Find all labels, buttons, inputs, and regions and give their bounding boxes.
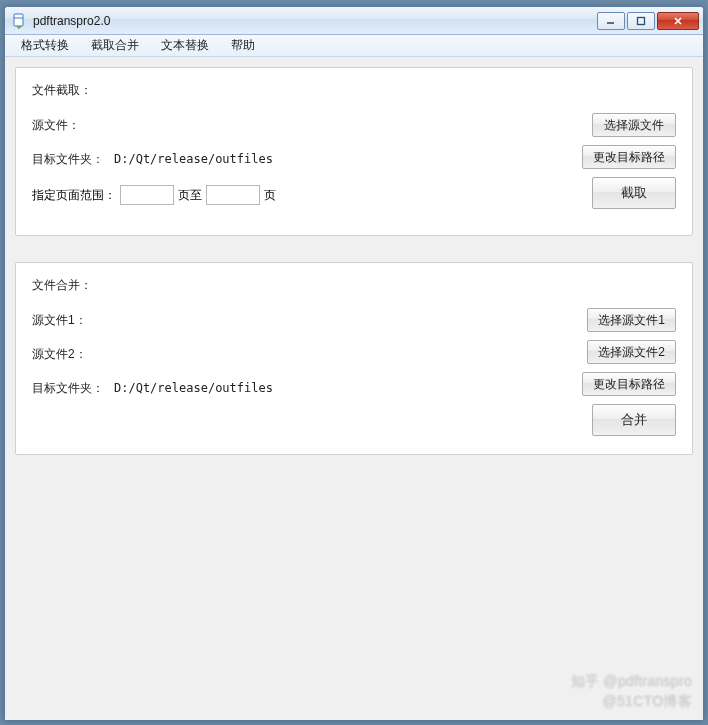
select-source-button[interactable]: 选择源文件	[592, 113, 676, 137]
select-source2-button[interactable]: 选择源文件2	[587, 340, 676, 364]
merge-panel: 文件合并： 源文件1： 源文件2： 目标文件夹： D:/Qt/release/o…	[15, 262, 693, 455]
menu-text-replace[interactable]: 文本替换	[151, 35, 219, 56]
app-icon	[11, 13, 27, 29]
titlebar: pdftranspro2.0	[5, 7, 703, 35]
merge-source1-label: 源文件1：	[32, 312, 114, 329]
merge-source2-label: 源文件2：	[32, 346, 114, 363]
extract-panel: 文件截取： 源文件： 目标文件夹： D:/Qt/release/outfiles…	[15, 67, 693, 236]
extract-target-label: 目标文件夹：	[32, 151, 114, 168]
merge-title: 文件合并：	[32, 277, 676, 294]
window-title: pdftranspro2.0	[33, 14, 597, 28]
select-source1-button[interactable]: 选择源文件1	[587, 308, 676, 332]
merge-button[interactable]: 合并	[592, 404, 676, 436]
menubar: 格式转换 截取合并 文本替换 帮助	[5, 35, 703, 57]
extract-source-label: 源文件：	[32, 117, 114, 134]
extract-button[interactable]: 截取	[592, 177, 676, 209]
page-to-input[interactable]	[206, 185, 260, 205]
maximize-button[interactable]	[627, 12, 655, 30]
menu-help[interactable]: 帮助	[221, 35, 265, 56]
minimize-button[interactable]	[597, 12, 625, 30]
close-button[interactable]	[657, 12, 699, 30]
menu-extract-merge[interactable]: 截取合并	[81, 35, 149, 56]
app-window: pdftranspro2.0 格式转换 截取合并 文本替换 帮助 文件截取：	[4, 6, 704, 721]
svg-rect-2	[638, 17, 645, 24]
extract-title: 文件截取：	[32, 82, 676, 99]
change-merge-target-button[interactable]: 更改目标路径	[582, 372, 676, 396]
change-target-button[interactable]: 更改目标路径	[582, 145, 676, 169]
menu-format-convert[interactable]: 格式转换	[11, 35, 79, 56]
merge-target-label: 目标文件夹：	[32, 380, 114, 397]
merge-target-value: D:/Qt/release/outfiles	[114, 381, 576, 395]
page-from-input[interactable]	[120, 185, 174, 205]
window-buttons	[597, 12, 699, 30]
extract-range-label: 指定页面范围：	[32, 187, 116, 204]
page-suffix-label: 页	[264, 187, 276, 204]
page-mid-label: 页至	[178, 187, 202, 204]
content-area: 文件截取： 源文件： 目标文件夹： D:/Qt/release/outfiles…	[5, 57, 703, 720]
extract-target-value: D:/Qt/release/outfiles	[114, 152, 576, 166]
svg-rect-0	[14, 14, 23, 26]
